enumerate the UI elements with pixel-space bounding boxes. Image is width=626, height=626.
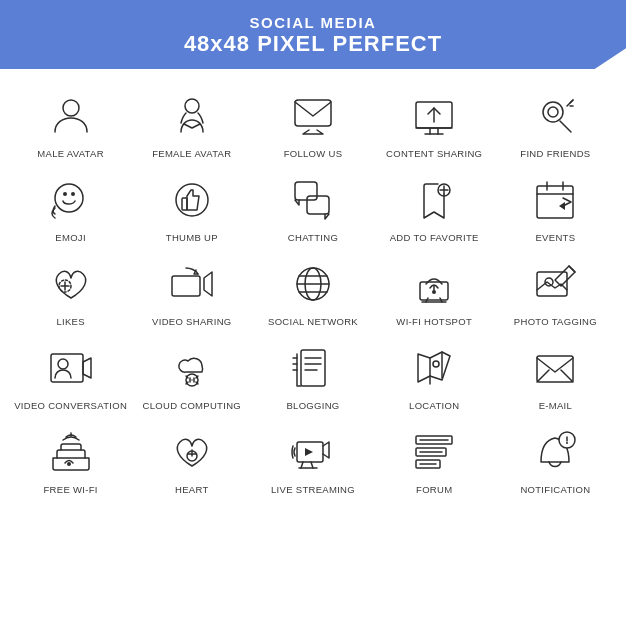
- photo-tagging-label: PHOTO TAGGING: [514, 316, 597, 327]
- header-line1: SOCIAL MEDIA: [20, 14, 606, 31]
- icon-cell-e-mail: E-MAIL: [495, 333, 616, 417]
- free-wi-fi-icon: [44, 425, 98, 479]
- svg-line-62: [561, 370, 573, 382]
- icon-cell-notification: NOTIFICATION: [495, 417, 616, 501]
- svg-rect-19: [182, 198, 187, 210]
- svg-point-59: [433, 361, 439, 367]
- likes-label: LIKES: [56, 316, 84, 327]
- svg-marker-34: [204, 272, 212, 296]
- emoji-icon: [44, 173, 98, 227]
- add-to-favorite-icon: [407, 173, 461, 227]
- svg-line-10: [560, 121, 571, 132]
- svg-point-48: [58, 359, 68, 369]
- follow-us-label: FOLLOW US: [284, 148, 343, 159]
- content-sharing-label: CONTENT SHARING: [386, 148, 482, 159]
- icon-cell-cloud-computing: CLOUD COMPUTING: [131, 333, 252, 417]
- heart-icon: [165, 425, 219, 479]
- video-conversation-label: VIDEO CONVERSATION: [14, 400, 127, 411]
- find-friends-label: FIND FRIENDS: [520, 148, 590, 159]
- e-mail-icon: [528, 341, 582, 395]
- header: SOCIAL MEDIA 48x48 PIXEL PERFECT: [0, 0, 626, 69]
- thumb-up-icon: [165, 173, 219, 227]
- icon-cell-location: LOCATION: [374, 333, 495, 417]
- icon-cell-likes: LIKES: [10, 249, 131, 333]
- notification-label: NOTIFICATION: [520, 484, 590, 495]
- wi-fi-hotspot-label: WI-FI HOTSPOT: [396, 316, 472, 327]
- icon-cell-find-friends: FIND FRIENDS: [495, 81, 616, 165]
- svg-line-45: [569, 266, 575, 272]
- icon-cell-content-sharing: CONTENT SHARING: [374, 81, 495, 165]
- svg-point-64: [67, 462, 71, 466]
- video-conversation-icon: [44, 341, 98, 395]
- content-sharing-icon: [407, 89, 461, 143]
- icon-cell-social-network: SOCIAL NETWORK: [252, 249, 373, 333]
- icon-cell-live-streaming: LIVE STREAMING: [252, 417, 373, 501]
- location-label: LOCATION: [409, 400, 459, 411]
- chatting-icon: [286, 173, 340, 227]
- svg-line-14: [570, 100, 573, 103]
- forum-icon: [407, 425, 461, 479]
- heart-label: HEART: [175, 484, 209, 495]
- header-line2: 48x48 PIXEL PERFECT: [20, 31, 606, 57]
- find-friends-icon: [528, 89, 582, 143]
- svg-rect-53: [301, 350, 325, 386]
- svg-marker-47: [83, 358, 91, 378]
- female-avatar-label: FEMALE AVATAR: [152, 148, 231, 159]
- male-avatar-label: MALE AVATAR: [37, 148, 103, 159]
- chatting-label: CHATTING: [288, 232, 338, 243]
- icon-cell-wi-fi-hotspot: WI-FI HOTSPOT: [374, 249, 495, 333]
- wi-fi-hotspot-icon: [407, 257, 461, 311]
- svg-line-61: [537, 370, 549, 382]
- icon-cell-follow-us: FOLLOW US: [252, 81, 373, 165]
- svg-rect-25: [537, 186, 573, 218]
- social-network-label: SOCIAL NETWORK: [268, 316, 358, 327]
- icon-grid: MALE AVATAR FEMALE AVATAR FOLLOW US: [0, 73, 626, 505]
- photo-tagging-icon: [528, 257, 582, 311]
- svg-point-1: [185, 99, 199, 113]
- svg-point-18: [176, 184, 208, 216]
- add-to-favorite-label: ADD TO FAVORITE: [390, 232, 479, 243]
- icon-cell-video-conversation: VIDEO CONVERSATION: [10, 333, 131, 417]
- svg-point-81: [566, 442, 568, 444]
- icon-cell-free-wi-fi: FREE WI-FI: [10, 417, 131, 501]
- events-icon: [528, 173, 582, 227]
- svg-rect-20: [295, 182, 317, 200]
- icon-cell-emoji: EMOJI: [10, 165, 131, 249]
- svg-point-15: [55, 184, 83, 212]
- female-avatar-icon: [165, 89, 219, 143]
- svg-rect-33: [172, 276, 200, 296]
- events-label: EVENTS: [535, 232, 575, 243]
- video-sharing-label: VIDEO SHARING: [152, 316, 231, 327]
- svg-point-41: [432, 290, 436, 294]
- icon-cell-heart: HEART: [131, 417, 252, 501]
- svg-rect-60: [537, 356, 573, 382]
- cloud-computing-icon: [165, 341, 219, 395]
- blogging-icon: [286, 341, 340, 395]
- svg-rect-2: [295, 100, 331, 126]
- icon-cell-add-to-favorite: ADD TO FAVORITE: [374, 165, 495, 249]
- blogging-label: BLOGGING: [286, 400, 339, 411]
- location-icon: [407, 341, 461, 395]
- icon-cell-video-sharing: VIDEO SHARING: [131, 249, 252, 333]
- icon-cell-photo-tagging: PHOTO TAGGING: [495, 249, 616, 333]
- likes-icon: [44, 257, 98, 311]
- live-streaming-label: LIVE STREAMING: [271, 484, 355, 495]
- icon-cell-thumb-up: THUMB UP: [131, 165, 252, 249]
- male-avatar-icon: [44, 89, 98, 143]
- icon-cell-chatting: CHATTING: [252, 165, 373, 249]
- follow-us-icon: [286, 89, 340, 143]
- emoji-label: EMOJI: [55, 232, 86, 243]
- video-sharing-icon: [165, 257, 219, 311]
- icon-cell-blogging: BLOGGING: [252, 333, 373, 417]
- svg-point-9: [543, 102, 563, 122]
- svg-rect-21: [307, 196, 329, 214]
- icon-cell-female-avatar: FEMALE AVATAR: [131, 81, 252, 165]
- svg-line-70: [301, 462, 303, 468]
- cloud-computing-label: CLOUD COMPUTING: [143, 400, 241, 411]
- e-mail-label: E-MAIL: [539, 400, 572, 411]
- notification-icon: [528, 425, 582, 479]
- svg-point-17: [71, 192, 75, 196]
- free-wi-fi-label: FREE WI-FI: [43, 484, 97, 495]
- svg-point-11: [548, 107, 558, 117]
- svg-line-71: [311, 462, 313, 468]
